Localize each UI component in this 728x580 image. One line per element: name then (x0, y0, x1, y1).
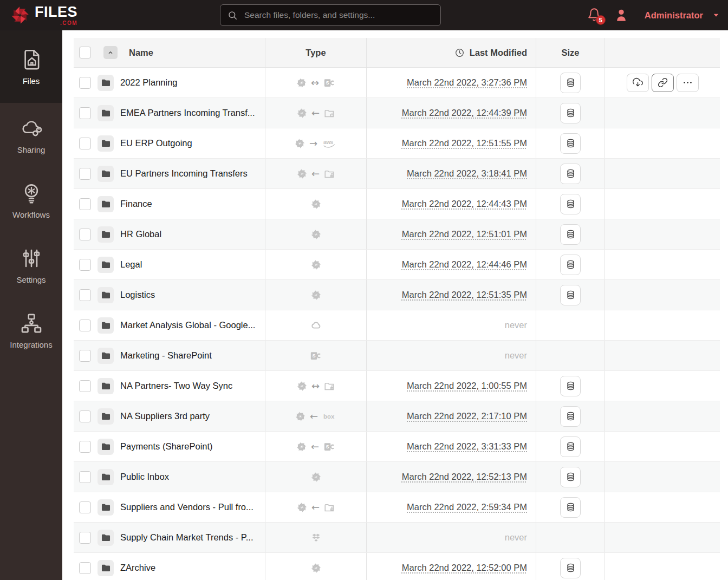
files-logo[interactable]: FILES .COM (10, 5, 77, 26)
row-checkbox[interactable] (79, 168, 91, 180)
size-button[interactable] (560, 497, 581, 518)
last-modified-link[interactable]: March 22nd 2022, 12:44:39 PM (402, 108, 527, 118)
size-button[interactable] (560, 164, 581, 184)
last-modified-link: never (505, 350, 527, 361)
size-button[interactable] (560, 255, 581, 275)
row-checkbox[interactable] (79, 259, 91, 271)
files-icon (295, 410, 306, 422)
last-modified-link[interactable]: March 22nd 2022, 12:51:55 PM (402, 138, 527, 148)
size-button[interactable] (560, 467, 581, 487)
link-button[interactable] (652, 74, 674, 92)
row-checkbox[interactable] (79, 107, 91, 119)
row-checkbox[interactable] (79, 350, 91, 362)
file-name[interactable]: Payments (SharePoint) (120, 441, 213, 452)
file-name[interactable]: HR Global (120, 229, 161, 239)
database-icon (565, 380, 576, 392)
last-modified-link[interactable]: March 22nd 2022, 2:17:10 PM (407, 411, 527, 421)
file-name[interactable]: Market Analysis Global - Google... (120, 320, 255, 330)
table-row: Suppliers and Vendors - Pull fro... ← Ma… (74, 492, 720, 523)
last-modified-link[interactable]: March 22nd 2022, 12:52:13 PM (402, 472, 527, 482)
size-button[interactable] (560, 73, 581, 93)
file-name[interactable]: NA Partners- Two Way Sync (120, 381, 232, 391)
last-modified-link[interactable]: March 22nd 2022, 12:51:35 PM (402, 290, 527, 300)
sort-ascending-button[interactable] (103, 46, 118, 59)
row-checkbox[interactable] (79, 501, 91, 513)
file-name[interactable]: ZArchive (120, 563, 155, 573)
size-button[interactable] (560, 406, 581, 427)
sync-right-arrow: → (309, 139, 317, 148)
last-modified-link[interactable]: March 22nd 2022, 12:44:46 PM (402, 259, 527, 270)
row-checkbox[interactable] (79, 320, 91, 331)
file-name[interactable]: Legal (120, 259, 142, 270)
table-row: Finance March 22nd 2022, 12:44:43 PM (74, 189, 720, 219)
size-button[interactable] (560, 194, 581, 214)
last-modified-link[interactable]: March 22nd 2022, 12:44:43 PM (402, 199, 527, 209)
file-name[interactable]: Finance (120, 199, 152, 209)
file-name[interactable]: Marketing - SharePoint (120, 350, 212, 361)
size-button[interactable] (560, 436, 581, 457)
row-checkbox[interactable] (79, 289, 91, 301)
sidebar-item-sharing[interactable]: Sharing (0, 103, 62, 168)
download-cloud-button[interactable] (627, 74, 649, 92)
size-button[interactable] (560, 376, 581, 396)
sidebar-item-settings[interactable]: Settings (0, 233, 62, 298)
search-input[interactable] (243, 10, 433, 21)
user-menu[interactable]: Administrator (614, 8, 720, 23)
database-icon (565, 107, 576, 119)
folder-icon (98, 287, 114, 303)
size-button[interactable] (560, 224, 581, 245)
sidebar-item-integrations[interactable]: Integrations (0, 298, 62, 363)
row-checkbox[interactable] (79, 471, 91, 483)
table-row: EU ERP Outgoing → March 22nd 2022, 12:51… (74, 128, 720, 159)
sync-both-arrow: ↔ (311, 381, 320, 391)
file-name[interactable]: Public Inbox (120, 472, 169, 482)
sidebar-item-files[interactable]: Files (0, 30, 62, 103)
size-button[interactable] (560, 558, 581, 578)
files-icon (310, 471, 322, 483)
last-modified-link[interactable]: March 22nd 2022, 1:00:55 PM (407, 381, 527, 391)
database-icon (565, 289, 576, 301)
last-modified-link[interactable]: March 22nd 2022, 3:31:33 PM (407, 441, 527, 452)
size-button[interactable] (560, 285, 581, 305)
table-row: HR Global March 22nd 2022, 12:51:01 PM (74, 219, 720, 250)
row-checkbox[interactable] (79, 138, 91, 149)
ellipsis-button[interactable] (677, 74, 699, 92)
row-checkbox[interactable] (79, 441, 91, 453)
notifications-button[interactable]: 5 (587, 8, 601, 23)
type-cell (265, 341, 367, 370)
sidebar-item-workflows[interactable]: Workflows (0, 168, 62, 233)
select-all-checkbox[interactable] (79, 47, 91, 58)
folder-icon (98, 166, 114, 182)
file-name[interactable]: Suppliers and Vendors - Pull fro... (120, 502, 253, 512)
last-modified-link[interactable]: March 22nd 2022, 12:51:01 PM (402, 229, 527, 239)
row-checkbox[interactable] (79, 562, 91, 574)
file-name[interactable]: Logistics (120, 290, 155, 300)
file-name[interactable]: EU ERP Outgoing (120, 138, 192, 148)
files-icon (296, 107, 308, 119)
row-checkbox[interactable] (79, 198, 91, 210)
table-row: EMEA Partners Incoming Transf... ← March… (74, 98, 720, 128)
files-icon (296, 501, 308, 513)
row-checkbox[interactable] (79, 532, 91, 544)
size-button[interactable] (560, 103, 581, 123)
last-modified-link[interactable]: March 22nd 2022, 3:18:41 PM (407, 168, 527, 179)
row-checkbox[interactable] (79, 77, 91, 89)
file-name[interactable]: Supply Chain Market Trends - P... (120, 532, 253, 543)
type-cell (265, 250, 367, 279)
column-header-type[interactable]: Type (306, 48, 326, 58)
last-modified-link[interactable]: March 22nd 2022, 3:27:36 PM (407, 77, 527, 88)
column-header-size[interactable]: Size (561, 48, 579, 58)
column-header-modified[interactable]: Last Modified (470, 48, 527, 58)
last-modified-link[interactable]: March 22nd 2022, 2:59:34 PM (407, 502, 527, 512)
size-button[interactable] (560, 133, 581, 154)
column-header-name[interactable]: Name (129, 48, 153, 58)
file-name[interactable]: 2022 Planning (120, 77, 178, 88)
file-name[interactable]: EU Partners Incoming Transfers (120, 168, 248, 179)
row-checkbox[interactable] (79, 229, 91, 240)
row-checkbox[interactable] (79, 410, 91, 422)
database-icon (565, 229, 576, 240)
file-name[interactable]: EMEA Partners Incoming Transf... (120, 108, 255, 118)
row-checkbox[interactable] (79, 380, 91, 392)
last-modified-link[interactable]: March 22nd 2022, 12:52:00 PM (402, 563, 527, 573)
file-name[interactable]: NA Suppliers 3rd party (120, 411, 210, 421)
